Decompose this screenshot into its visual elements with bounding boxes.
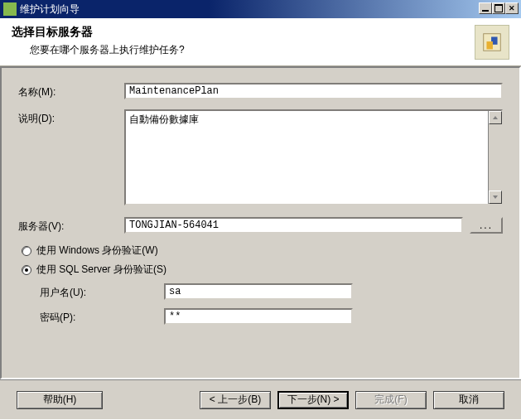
scroll-up-button[interactable]	[489, 111, 502, 124]
server-input[interactable]: TONGJIAN-564041	[124, 217, 463, 234]
svg-rect-2	[486, 41, 492, 49]
wizard-footer: 帮助(H) < 上一步(B) 下一步(N) > 完成(F) 取消	[0, 379, 521, 419]
finish-button: 完成(F)	[355, 391, 427, 409]
name-label: 名称(M):	[18, 83, 124, 99]
radio-icon	[22, 246, 31, 256]
window-controls: ✕	[479, 2, 519, 14]
sql-auth-subform: 用户名(U): sa 密码(P): **	[40, 283, 503, 325]
auth-sql-label: 使用 SQL Server 身份验证(S)	[36, 263, 166, 277]
auth-windows-label: 使用 Windows 身份验证(W)	[36, 244, 158, 258]
title-bar: 维护计划向导 ✕	[0, 0, 521, 18]
username-input[interactable]: sa	[164, 283, 353, 300]
description-label: 说明(D):	[18, 109, 124, 126]
form-body: 名称(M): MaintenancePlan 说明(D): 自動備份數據庫 服务…	[0, 66, 521, 379]
minimize-button[interactable]	[479, 2, 492, 14]
auth-sql-radio[interactable]: 使用 SQL Server 身份验证(S)	[22, 263, 499, 277]
username-label: 用户名(U):	[40, 283, 164, 300]
app-icon	[3, 2, 17, 16]
server-row: 服务器(V): TONGJIAN-564041 ...	[18, 217, 503, 234]
cancel-button[interactable]: 取消	[433, 391, 504, 409]
name-row: 名称(M): MaintenancePlan	[18, 83, 503, 99]
name-input[interactable]: MaintenancePlan	[124, 83, 503, 99]
description-row: 说明(D): 自動備份數據庫	[18, 109, 503, 205]
password-label: 密码(P):	[40, 308, 164, 325]
back-button[interactable]: < 上一步(B)	[200, 391, 271, 409]
username-row: 用户名(U): sa	[40, 283, 503, 300]
window-title: 维护计划向导	[20, 2, 80, 17]
password-input[interactable]: **	[164, 308, 353, 325]
wizard-header: 选择目标服务器 您要在哪个服务器上执行维护任务?	[0, 18, 521, 66]
help-button[interactable]: 帮助(H)	[17, 391, 103, 409]
scroll-down-button[interactable]	[489, 191, 502, 204]
page-subtitle: 您要在哪个服务器上执行维护任务?	[30, 43, 509, 57]
auth-windows-radio[interactable]: 使用 Windows 身份验证(W)	[22, 244, 499, 258]
server-icon	[475, 25, 509, 60]
server-label: 服务器(V):	[18, 217, 124, 234]
browse-server-button[interactable]: ...	[470, 217, 503, 234]
page-heading: 选择目标服务器	[12, 25, 509, 40]
maximize-button[interactable]	[492, 2, 505, 14]
close-button[interactable]: ✕	[505, 2, 519, 14]
scrollbar[interactable]	[488, 111, 501, 204]
next-button[interactable]: 下一步(N) >	[277, 391, 349, 409]
radio-icon	[22, 265, 31, 275]
description-text: 自動備份數據庫	[126, 111, 488, 204]
description-textarea[interactable]: 自動備份數據庫	[124, 109, 503, 205]
password-row: 密码(P): **	[40, 308, 503, 325]
